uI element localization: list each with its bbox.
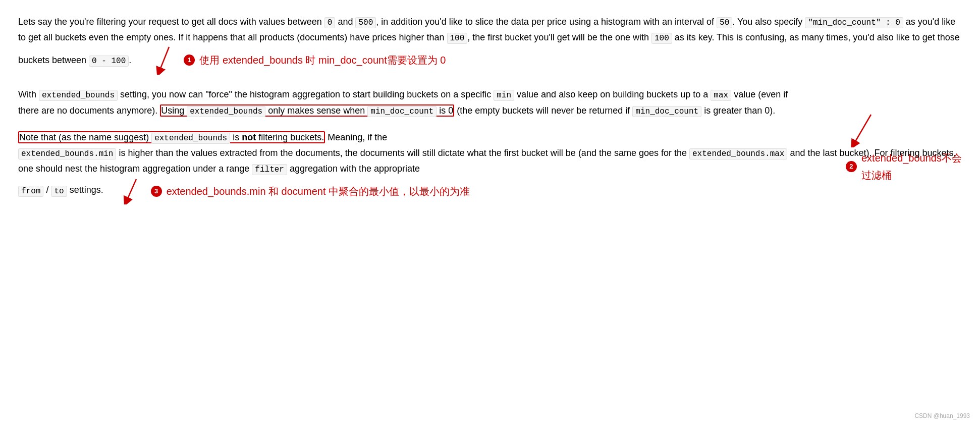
annotation-circle-3: 3	[151, 186, 162, 197]
main-content: Lets say the you're filtering your reque…	[18, 14, 962, 204]
code-extended-bounds-max: extended_bounds.max	[689, 148, 787, 159]
not-bold: not	[242, 132, 256, 142]
code-min-doc-count-2: min_doc_count	[367, 106, 437, 117]
paragraph-2: With extended_bounds setting, you now ca…	[18, 87, 962, 118]
annotation-1-container: 1 使用 extended_bounds 时 min_doc_count需要设置…	[154, 44, 446, 75]
code-extended-bounds-3: extended_bounds	[151, 133, 230, 144]
annotation-circle-1: 1	[184, 55, 195, 66]
code-filter: filter	[252, 164, 287, 175]
code-min: min	[494, 90, 514, 101]
code-50: 50	[717, 17, 732, 28]
code-min-doc-count: "min_doc_count" : 0	[805, 17, 903, 28]
code-0: 0	[324, 17, 336, 28]
paragraph-3: Note that (as the name suggest) extended…	[18, 130, 962, 205]
annotation-1-group: 1 使用 extended_bounds 时 min_doc_count需要设置…	[184, 51, 446, 69]
svg-line-0	[159, 47, 169, 72]
as-text: as	[906, 17, 915, 27]
code-500: 500	[355, 17, 376, 28]
annotation-3-container: 3 extended_bounds.min 和 document 中聚合的最小值…	[121, 177, 470, 204]
code-from: from	[18, 186, 43, 197]
arrow-1-icon	[154, 44, 179, 75]
code-min-doc-count-3: min_doc_count	[632, 106, 701, 117]
highlight-box-1: Using extended_bounds only makes sense w…	[160, 104, 454, 117]
code-max: max	[711, 90, 731, 101]
code-0-100: 0 - 100	[89, 56, 129, 67]
code-extended-bounds-min: extended_bounds.min	[18, 148, 116, 159]
code-100b: 100	[651, 33, 672, 44]
code-extended-bounds: extended_bounds	[39, 90, 118, 101]
annotation-1-text: 使用 extended_bounds 时 min_doc_count需要设置为 …	[199, 51, 446, 69]
code-to: to	[51, 186, 67, 197]
highlight-box-2: Note that (as the name suggest) extended…	[18, 131, 325, 143]
arrow-3-icon	[121, 177, 146, 204]
annotation-3-text: extended_bounds.min 和 document 中聚合的最小值，以…	[167, 183, 470, 200]
annotation-3-group: 3 extended_bounds.min 和 document 中聚合的最小值…	[151, 183, 470, 200]
p2-text: With extended_bounds setting, you now ca…	[18, 89, 788, 115]
code-extended-bounds-2: extended_bounds	[187, 106, 265, 117]
svg-line-2	[126, 179, 136, 202]
code-100a: 100	[447, 33, 468, 44]
paragraph-1: Lets say the you're filtering your reque…	[18, 14, 962, 76]
